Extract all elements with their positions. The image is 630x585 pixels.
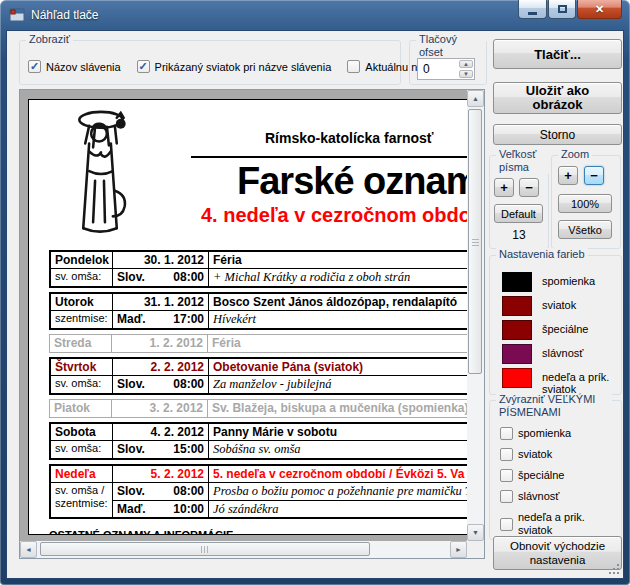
mass-label-cell: sv. omša: — [51, 376, 113, 393]
minimize-button[interactable] — [518, 0, 547, 19]
intention-cell: Sobášna sv. omša — [209, 441, 467, 458]
checkbox-box[interactable]: ✓ — [137, 60, 150, 73]
print-offset-value[interactable]: 0 — [418, 59, 458, 79]
language: Maď. — [117, 501, 146, 517]
font-size-increase-button[interactable]: + — [494, 178, 514, 197]
vertical-scrollbar[interactable]: ▲ ▼ — [467, 90, 484, 541]
day-cell: Streda — [50, 335, 112, 352]
zoom-out-button[interactable]: − — [584, 166, 604, 185]
checkbox-box[interactable] — [500, 448, 513, 461]
language-time-cell: Slov.08:00 — [113, 269, 209, 286]
highlight-group: Zvýrazniť VEĽKÝMI PÍSMENAMI spomienkasvi… — [489, 400, 622, 540]
color-swatch[interactable] — [502, 320, 532, 340]
display-checkbox-row: ✓Názov slávenia✓Prikázaný sviatok pri ná… — [28, 60, 445, 73]
color-swatch[interactable] — [502, 344, 532, 364]
zoom-100-button[interactable]: 100% — [558, 194, 612, 213]
restore-defaults-button[interactable]: Obnoviť východzie nastavenia — [493, 536, 622, 570]
display-option-checkbox[interactable]: ✓Názov slávenia — [28, 60, 121, 73]
schedule: Pondelok30. 1. 2012Fériasv. omša:Slov.08… — [49, 250, 467, 535]
language-time-cell: Slov.08:00 — [113, 376, 209, 393]
highlight-checkbox[interactable]: špeciálne — [500, 469, 604, 482]
vertical-scroll-thumb[interactable] — [468, 109, 482, 374]
language: Slov. — [117, 483, 145, 500]
horizontal-scroll-thumb[interactable] — [40, 542, 370, 556]
print-preview-window: Náhľad tlače ✕ Zobraziť ✓Názov slávenia✓… — [0, 0, 630, 585]
color-legend-row: nedeľa a prík. sviatok — [502, 368, 614, 395]
print-button[interactable]: Tlačiť... — [493, 39, 622, 69]
date-cell: 4. 2. 2012 — [113, 424, 209, 441]
highlight-row: sviatok — [500, 448, 604, 461]
date-cell: 1. 2. 2012 — [112, 335, 208, 352]
save-as-image-button[interactable]: Uložiť ako obrázok — [493, 82, 622, 114]
print-offset-label: Tlačový ofset — [416, 33, 486, 59]
intention-cell: Jó szándékra — [209, 500, 467, 517]
font-size-default-button[interactable]: Default — [494, 204, 543, 223]
day-cell: Piatok — [50, 400, 112, 417]
scroll-up-icon[interactable]: ▲ — [467, 90, 484, 107]
checkbox-box[interactable] — [347, 60, 360, 73]
scroll-left-icon[interactable]: ◄ — [20, 541, 37, 558]
language-time-cell: Slov.08:00 — [113, 483, 209, 500]
highlight-checkbox[interactable]: spomienka — [500, 427, 604, 440]
title-cell: Panny Márie v sobotu — [209, 424, 467, 441]
mass-label-cell: szentmise: — [51, 311, 113, 328]
time: 17:00 — [173, 311, 204, 328]
time: 08:00 — [173, 269, 204, 286]
color-swatch[interactable] — [502, 296, 532, 316]
date-cell: 5. 2. 2012 — [113, 466, 209, 483]
horizontal-scrollbar[interactable]: ◄ ► — [20, 541, 467, 558]
display-option-checkbox[interactable]: ✓Prikázaný sviatok pri názve slávenia — [137, 60, 332, 73]
title-cell: 5. nedeľa v cezročnom období / Évközi 5.… — [209, 466, 467, 483]
zoom-in-button[interactable]: + — [558, 166, 578, 185]
scroll-down-icon[interactable]: ▼ — [467, 524, 484, 541]
zoom-label: Zoom — [558, 148, 592, 161]
spinner-down-icon[interactable]: ▼ — [459, 70, 473, 78]
intention-cell: + Michal Krátky a rodičia z oboh strán — [209, 269, 467, 286]
color-label: slávnosť — [542, 347, 614, 359]
schedule-block: Utorok31. 1. 2012Bosco Szent János áldoz… — [49, 292, 467, 330]
checkbox-box[interactable]: ✓ — [28, 60, 41, 73]
font-size-decrease-button[interactable]: − — [519, 178, 539, 197]
day-cell: Štvrtok — [51, 359, 113, 376]
title-cell: Féria — [208, 335, 467, 352]
checkbox-box[interactable] — [500, 469, 513, 482]
checkbox-box[interactable] — [500, 427, 513, 440]
language-time-cell: Maď.17:00 — [113, 311, 209, 328]
color-swatch[interactable] — [502, 272, 532, 292]
print-offset-spinner[interactable]: 0 ▲ ▼ — [417, 58, 475, 80]
maximize-button[interactable] — [548, 0, 576, 19]
cancel-button[interactable]: Storno — [493, 124, 622, 145]
color-swatch[interactable] — [502, 368, 532, 388]
scroll-right-icon[interactable]: ► — [450, 541, 467, 558]
language-time-cell: Slov.15:00 — [113, 441, 209, 458]
font-size-value: 13 — [490, 228, 548, 242]
titlebar: Náhľad tlače ✕ — [0, 0, 630, 30]
checkbox-label: slávnosť — [518, 490, 604, 503]
intention-cell: Hívekért — [209, 311, 467, 328]
scrollbar-corner — [467, 541, 484, 558]
highlight-checkbox[interactable]: sviatok — [500, 448, 604, 461]
highlight-checkbox[interactable]: slávnosť — [500, 490, 604, 503]
resize-grip[interactable] — [607, 562, 620, 575]
close-button[interactable]: ✕ — [577, 0, 622, 19]
color-legend-row: spomienka — [502, 272, 614, 292]
checkbox-box[interactable] — [500, 490, 513, 503]
preview-panel: Rímsko-katolícka farnosť Farské oznamy 4… — [19, 89, 485, 559]
parish-header: Rímsko-katolícka farnosť — [265, 130, 434, 146]
highlight-checkbox[interactable]: nedeľa a prik. sviatok — [500, 511, 604, 537]
zoom-fit-all-button[interactable]: Všetko — [558, 220, 612, 239]
day-cell: Pondelok — [51, 252, 113, 269]
schedule-block: Sobota4. 2. 2012Panny Márie v sobotusv. … — [49, 422, 467, 460]
spinner-up-icon[interactable]: ▲ — [459, 60, 473, 68]
time: 08:00 — [173, 483, 204, 500]
display-group-label: Zobraziť — [26, 33, 73, 46]
checkbox-label: sviatok — [518, 448, 604, 461]
checkbox-box[interactable] — [500, 518, 513, 531]
intention-cell: Prosba o božiu pomoc a požehnanie pre ma… — [209, 483, 467, 500]
checkbox-label: Prikázaný sviatok pri názve slávenia — [155, 61, 332, 73]
color-settings-label: Nastavenia farieb — [496, 248, 588, 261]
checkbox-label: nedeľa a prik. sviatok — [518, 511, 604, 537]
intention-cell: Za manželov - jubilejná — [209, 376, 467, 393]
bulletin-subtitle: 4. nedeľa v cezročnom období — [201, 204, 467, 227]
highlight-label: Zvýrazniť VEĽKÝMI PÍSMENAMI — [496, 393, 612, 419]
